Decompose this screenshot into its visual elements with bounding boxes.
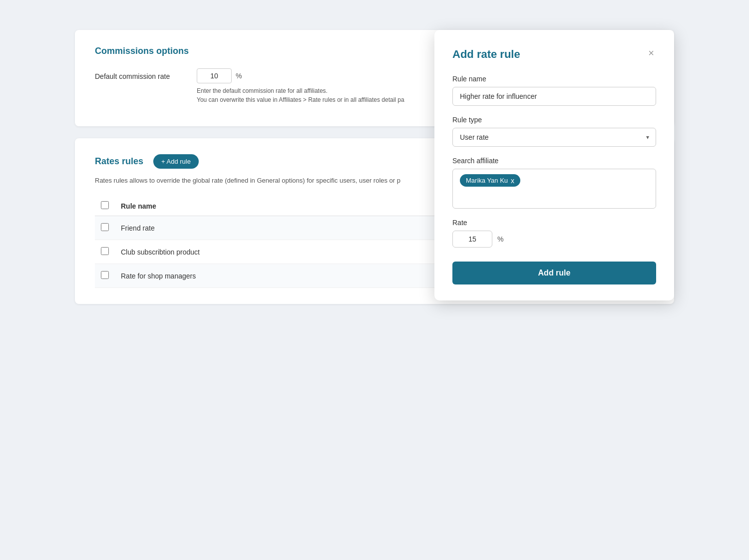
row-checkbox[interactable] bbox=[101, 223, 109, 231]
rates-rules-title: Rates rules bbox=[95, 156, 143, 167]
default-rate-suffix: % bbox=[236, 72, 242, 80]
rule-name-field: Rule name bbox=[452, 75, 656, 106]
table-header-name: Rule name bbox=[115, 196, 462, 216]
rate-input[interactable] bbox=[452, 231, 492, 248]
row-checkbox[interactable] bbox=[101, 271, 109, 279]
rule-type-field: Rule type User rate Product rate User ro… bbox=[452, 116, 656, 147]
affiliate-tag-name: Marika Yan Ku bbox=[466, 177, 508, 184]
affiliate-tag: Marika Yan Ku x bbox=[460, 174, 520, 187]
rate-label: Rate bbox=[452, 219, 656, 227]
affiliate-search-box[interactable]: Marika Yan Ku x bbox=[452, 169, 656, 209]
modal-title: Add rate rule bbox=[452, 48, 520, 61]
rate-input-row: % bbox=[452, 231, 656, 248]
rule-type-label: Rule type bbox=[452, 116, 656, 124]
row-checkbox-cell bbox=[95, 216, 115, 240]
modal-header: Add rate rule × bbox=[452, 48, 656, 61]
row-name: Rate for shop managers bbox=[115, 264, 462, 288]
add-rule-submit-button[interactable]: Add rule bbox=[452, 262, 656, 284]
rate-suffix: % bbox=[497, 235, 503, 243]
rate-field: Rate % bbox=[452, 219, 656, 248]
row-name: Club subscribtion product bbox=[115, 240, 462, 264]
row-checkbox[interactable] bbox=[101, 247, 109, 255]
default-rate-label: Default commission rate bbox=[95, 68, 185, 80]
row-checkbox-cell bbox=[95, 240, 115, 264]
affiliate-tag-remove-button[interactable]: x bbox=[511, 177, 514, 184]
row-checkbox-cell bbox=[95, 264, 115, 288]
select-all-checkbox[interactable] bbox=[101, 201, 109, 209]
row-name: Friend rate bbox=[115, 216, 462, 240]
default-rate-input[interactable] bbox=[197, 68, 232, 83]
rule-name-input[interactable] bbox=[452, 87, 656, 106]
search-affiliate-label: Search affiliate bbox=[452, 157, 656, 165]
default-rate-helper: Enter the default commission rate for al… bbox=[197, 86, 404, 104]
rule-type-select-wrapper: User rate Product rate User role ▾ bbox=[452, 128, 656, 147]
search-affiliate-field: Search affiliate Marika Yan Ku x bbox=[452, 157, 656, 209]
default-rate-field: % Enter the default commission rate for … bbox=[197, 68, 404, 104]
add-rate-rule-modal: Add rate rule × Rule name Rule type User… bbox=[434, 30, 674, 300]
rule-name-label: Rule name bbox=[452, 75, 656, 83]
page-wrapper: Commissions options Default commission r… bbox=[75, 30, 674, 304]
default-rate-input-group: % bbox=[197, 68, 404, 83]
add-rule-button[interactable]: + Add rule bbox=[153, 154, 199, 169]
rule-type-select[interactable]: User rate Product rate User role bbox=[452, 128, 656, 147]
table-header-checkbox bbox=[95, 196, 115, 216]
modal-close-button[interactable]: × bbox=[646, 48, 656, 58]
